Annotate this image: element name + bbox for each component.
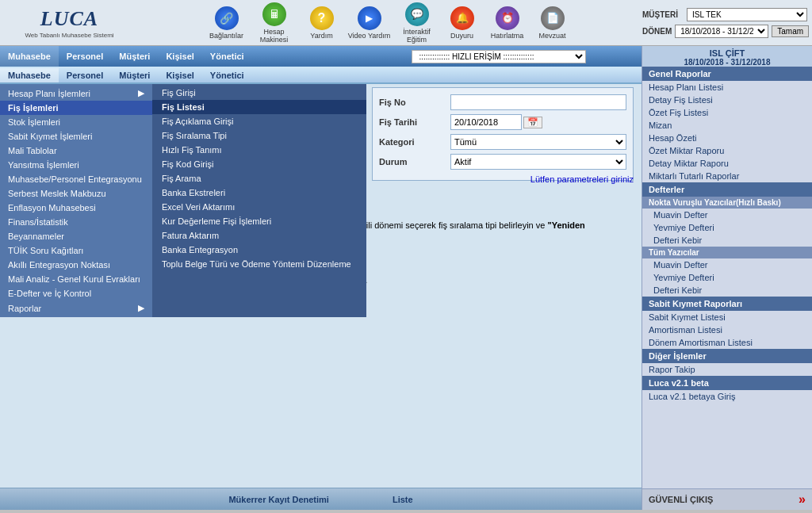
nav-kisisel[interactable]: Kişisel	[158, 46, 201, 67]
dd-mali-analiz[interactable]: Mali Analiz - Genel Kurul Evrakları	[0, 272, 152, 286]
ozet-fis-listesi-link[interactable]: Özet Fiş Listesi	[642, 106, 812, 119]
security-arrow-icon[interactable]: »	[799, 492, 806, 507]
sub-hizli-fis[interactable]: Hızlı Fiş Tanımı	[152, 143, 366, 157]
fis-tarihi-label: Fiş Tarihi	[379, 117, 450, 127]
fis-no-label: Fiş No	[379, 98, 450, 107]
sub-fis-arama[interactable]: Fiş Arama	[152, 171, 366, 186]
sub-kur-degerleme[interactable]: Kur Değerleme Fişi İşlemleri	[152, 214, 366, 228]
dropdown-container: Hesap Planı İşlemleri▶ Fiş İşlemleri Sto…	[0, 84, 366, 317]
tum-yazicilar-subtitle: Tüm Yazıcılar	[642, 247, 812, 258]
dd-beyannameler[interactable]: Beyannameler	[0, 229, 152, 243]
liste-btn[interactable]: Liste	[393, 495, 413, 504]
menu-kisisel[interactable]: Kişisel	[158, 68, 201, 82]
logo-sub: Web Tabanlı Muhasebe Sistemi	[6, 32, 132, 39]
fis-tarihi-input[interactable]	[450, 114, 522, 130]
duyuru-btn[interactable]: 🔔 Duyuru	[442, 6, 483, 40]
ozet-miktar-link[interactable]: Özet Miktar Raporu	[642, 144, 812, 157]
dd-stok[interactable]: Stok İşlemleri	[0, 115, 152, 129]
donem-select[interactable]: 18/10/2018 - 31/12/2018	[675, 25, 768, 38]
sub-fis-listesi[interactable]: Fiş Listesi	[152, 100, 366, 114]
left-content-area: Muhasebe Personel Müşteri Kişisel Yöneti…	[0, 67, 642, 510]
mizan-link[interactable]: Mizan	[642, 119, 812, 132]
fis-no-input[interactable]	[450, 94, 626, 110]
mevzuat-btn[interactable]: 📄 Mevzuat	[532, 6, 573, 40]
dd-sabit-kiymet[interactable]: Sabit Kıymet İşlemleri	[0, 129, 152, 144]
musteri-select[interactable]: ISL TEK	[687, 8, 807, 21]
sub-fis-kod[interactable]: Fiş Kod Girişi	[152, 157, 366, 171]
right-panel: Genel Raporlar Hesap Planı Listesi Detay…	[642, 67, 812, 510]
nav-musteri[interactable]: Müşteri	[111, 46, 158, 67]
nav-yonetici[interactable]: Yönetici	[202, 46, 252, 67]
sub-toplu-belge[interactable]: Toplu Belge Türü ve Ödeme Yöntemi Düzenl…	[152, 257, 366, 271]
sabit-kiymet-title: Sabit Kıymet Raporları	[642, 297, 812, 311]
dd-tuik[interactable]: TÜİK Soru Kağıtları	[0, 243, 152, 258]
durum-select[interactable]: Aktif	[450, 154, 626, 170]
genel-raporlar-title: Genel Raporlar	[642, 67, 812, 81]
menu-muhasebe[interactable]: Muhasebe	[0, 68, 59, 82]
dd-akilli[interactable]: Akıllı Entegrasyon Noktası	[0, 258, 152, 272]
params-text: Lütfen parametreleri giriniz	[372, 174, 634, 184]
dd-e-defter[interactable]: E-Defter ve İç Kontrol	[0, 286, 152, 301]
defteri-kebir-2-link[interactable]: Defteri Kebir	[642, 284, 812, 297]
video-yardim-btn[interactable]: ▶ Video Yardım	[347, 6, 393, 40]
baglantılar-btn[interactable]: 🔗 Bağlantılar	[204, 6, 250, 40]
sub-fis-aciklama[interactable]: Fiş Açıklama Girişi	[152, 114, 366, 128]
sabit-kiymet-listesi-link[interactable]: Sabit Kıymet Listesi	[642, 311, 812, 323]
donem-amortisman-link[interactable]: Dönem Amortisman Listesi	[642, 336, 812, 349]
detay-fis-listesi-link[interactable]: Detay Fiş Listesi	[642, 94, 812, 106]
defterler-title: Defterler	[642, 182, 812, 197]
durum-label: Durum	[379, 157, 450, 167]
sub-fis-siralama[interactable]: Fiş Sıralama Tipi	[152, 128, 366, 143]
sub-banka-entegrasyon[interactable]: Banka Entegrasyon	[152, 243, 366, 257]
dd-fis-islemleri[interactable]: Fiş İşlemleri	[0, 101, 152, 115]
hesap-makinesi-btn[interactable]: 🖩 Hesap Makinesi	[251, 2, 297, 44]
dd-mali-tablolar[interactable]: Mali Tablolar	[0, 144, 152, 158]
hatirlatma-btn[interactable]: ⏰ Hatırlatma	[485, 6, 530, 40]
mukerrer-kayit-btn[interactable]: Mükerrer Kayıt Denetimi	[228, 495, 329, 504]
dd-enflasyon[interactable]: Enflasyon Muhasebesi	[0, 201, 152, 215]
nav-personel[interactable]: Personel	[59, 46, 111, 67]
calendar-btn[interactable]: 📅	[523, 117, 542, 128]
defteri-kebir-1-link[interactable]: Defteri Kebir	[642, 234, 812, 247]
security-bar: GÜVENLİ ÇIKIŞ »	[642, 488, 812, 510]
hesap-ozeti-link[interactable]: Hesap Özeti	[642, 132, 812, 144]
dd-raporlar[interactable]: Raporlar▶	[0, 301, 152, 316]
miktarli-tutarli-link[interactable]: Miktarlı Tutarlı Raporlar	[642, 170, 812, 182]
dd-hesap-plani[interactable]: Hesap Planı İşlemleri▶	[0, 86, 152, 101]
diger-islemler-title: Diğer İşlemler	[642, 349, 812, 363]
menu-yonetici[interactable]: Yönetici	[202, 68, 252, 82]
dropdown-right: Fiş Girişi Fiş Listesi Fiş Açıklama Giri…	[152, 84, 366, 317]
musteri-label: MÜŞTERİ	[642, 10, 684, 19]
hesap-plani-listesi-link[interactable]: Hesap Planı Listesi	[642, 81, 812, 94]
detay-miktar-link[interactable]: Detay Miktar Raporu	[642, 157, 812, 170]
security-label: GÜVENLİ ÇIKIŞ	[649, 495, 713, 504]
dd-muhasebe-personel[interactable]: Muhasebe/Personel Entegrasyonu	[0, 172, 152, 186]
luca-beta-giris-link[interactable]: Luca v2.1 betaya Giriş	[642, 390, 812, 403]
sub-fatura-aktarim[interactable]: Fatura Aktarım	[152, 228, 366, 243]
yevmiye-defteri-1-link[interactable]: Yevmiye Defteri	[642, 221, 812, 234]
donem-label: DÖNEM	[642, 27, 672, 36]
interaktif-btn[interactable]: 💬 İnteraktif Eğitim	[394, 2, 440, 44]
muavin-defter-1-link[interactable]: Muavin Defter	[642, 209, 812, 221]
rapor-takip-link[interactable]: Rapor Takip	[642, 363, 812, 376]
dd-finans[interactable]: Finans/İstatistik	[0, 215, 152, 229]
sub-excel-veri[interactable]: Excel Veri Aktarımı	[152, 200, 366, 214]
menu-personel[interactable]: Personel	[59, 68, 111, 82]
amortisman-listesi-link[interactable]: Amortisman Listesi	[642, 323, 812, 336]
yevmiye-defteri-2-link[interactable]: Yevmiye Defteri	[642, 271, 812, 284]
yardim-btn[interactable]: ? Yardım	[299, 6, 345, 40]
luca-beta-title: Luca v2.1 beta	[642, 376, 812, 390]
nokta-vuruslu-subtitle: Nokta Vuruşlu Yazıcılar(Hızlı Baskı)	[642, 197, 812, 209]
menu-musteri[interactable]: Müşteri	[111, 68, 158, 82]
tamam-button[interactable]: Tamam	[772, 25, 809, 37]
dd-yansitma[interactable]: Yansıtma İşlemleri	[0, 158, 152, 172]
sub-banka-ekstreleri[interactable]: Banka Ekstreleri	[152, 186, 366, 200]
nav-muhasebe[interactable]: Muhasebe	[0, 46, 59, 67]
kategori-label: Kategori	[379, 137, 450, 147]
muavin-defter-2-link[interactable]: Muavin Defter	[642, 258, 812, 271]
kategori-select[interactable]: Tümü	[450, 134, 626, 150]
hizli-erisim-select[interactable]: :::::::::::::: HIZLI ERİŞİM ::::::::::::…	[412, 50, 586, 63]
bottom-bar: Mükerrer Kayıt Denetimi Liste	[0, 488, 642, 510]
dd-serbest-meslek[interactable]: Serbest Meslek Makbuzu	[0, 186, 152, 201]
sub-fis-girisi[interactable]: Fiş Girişi	[152, 86, 366, 100]
